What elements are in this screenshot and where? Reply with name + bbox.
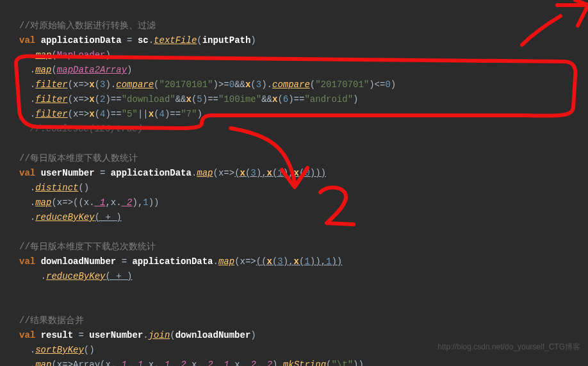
method: reduceByKey: [35, 212, 94, 222]
ident: inputPath: [202, 35, 251, 46]
ident: x: [240, 168, 245, 178]
ident: sc: [138, 35, 149, 46]
op: =: [100, 168, 105, 178]
num: 3: [256, 79, 261, 90]
dot: .: [30, 197, 35, 208]
lambda: (x=>: [68, 79, 90, 90]
op: )<=: [369, 79, 385, 90]
code-editor[interactable]: //对原始输入数据进行转换、过滤 val applicationData = s…: [0, 0, 588, 366]
num: 6: [283, 94, 288, 104]
ident: downloadNumber: [41, 256, 117, 267]
paren: )): [331, 256, 342, 267]
disabled-comment: //.coalesce(120,true): [30, 124, 143, 134]
paren: (: [154, 79, 159, 90]
dot: .: [170, 360, 175, 366]
method: filter: [35, 109, 67, 119]
keyword-val: val: [19, 330, 35, 340]
op: ,x.: [229, 360, 245, 366]
dot: .: [30, 94, 35, 104]
field: _1: [95, 197, 106, 208]
lambda: (_+_): [105, 271, 132, 281]
num: 3: [250, 168, 256, 178]
ident: x: [294, 168, 299, 178]
num: 1: [277, 168, 282, 178]
field: _1: [159, 360, 170, 366]
paren: ).: [105, 79, 116, 90]
method: compare: [116, 79, 154, 90]
lambda: (x=>((x.: [51, 197, 94, 208]
string: "android": [304, 94, 353, 104]
string: "20170101": [159, 79, 213, 90]
ident: x: [267, 168, 272, 178]
ident: MapLoader: [57, 50, 106, 60]
method: map: [35, 65, 51, 75]
op: =: [127, 35, 132, 46]
dot: .: [30, 65, 35, 75]
op: ||: [138, 109, 149, 119]
paren: ),: [256, 168, 267, 178]
dot: .: [256, 360, 261, 366]
string: "5": [122, 109, 138, 119]
field: _2: [245, 360, 256, 366]
op: =: [122, 256, 127, 267]
paren: )),: [310, 256, 326, 267]
ident: x: [89, 109, 94, 119]
dot: .: [30, 79, 35, 90]
num: 0: [229, 79, 234, 90]
comment-line: //每日版本维度下下载总次数统计: [19, 242, 156, 252]
method: compare: [272, 79, 310, 90]
ident: x: [149, 109, 154, 119]
paren: (: [197, 35, 202, 46]
method: mkString: [283, 360, 326, 366]
paren: (): [78, 183, 89, 193]
paren: (: [51, 50, 56, 60]
num: 3: [277, 256, 282, 267]
string: "7": [181, 109, 197, 119]
method: map: [218, 256, 234, 267]
paren: ): [127, 65, 132, 75]
method: sortByKey: [35, 345, 84, 355]
paren: ): [391, 79, 396, 90]
lambda: (x=>: [68, 94, 90, 104]
paren: ): [105, 50, 110, 60]
dot: .: [149, 35, 154, 46]
string: "\t": [331, 360, 353, 366]
paren: (: [95, 109, 100, 119]
paren: ).: [261, 79, 272, 90]
lambda: (x=>: [213, 168, 235, 178]
method: join: [149, 330, 170, 340]
field: _2: [176, 360, 186, 366]
paren: (: [170, 330, 175, 340]
op: )==: [105, 109, 121, 119]
lambda: (x=>: [68, 109, 90, 119]
keyword-val: val: [19, 168, 35, 178]
method: filter: [35, 79, 67, 90]
op: &&: [176, 94, 186, 104]
paren: ),: [283, 168, 294, 178]
lambda: (_+_): [95, 212, 122, 222]
ident: result: [41, 330, 73, 340]
paren: (: [250, 79, 256, 90]
method: map: [35, 197, 51, 208]
paren: ): [353, 94, 358, 104]
num: 0: [304, 168, 309, 178]
op: )==: [202, 94, 218, 104]
paren: ): [197, 109, 202, 119]
field: _2: [122, 197, 133, 208]
watermark: http://blog.csdn.net/do_yourself_CTG博客: [437, 340, 580, 354]
paren: (: [277, 94, 282, 104]
paren: ): [250, 35, 256, 46]
field: _1: [116, 360, 127, 366]
keyword-val: val: [19, 256, 35, 267]
method: map: [35, 50, 51, 60]
lambda: (x=>: [234, 256, 256, 267]
ident: x: [89, 94, 94, 104]
lambda: (x=>Array(x.: [51, 360, 116, 366]
paren: (: [95, 94, 100, 104]
dot: .: [41, 271, 46, 281]
field: _1: [132, 360, 143, 366]
ident: applicationData: [132, 256, 213, 267]
paren: ): [250, 330, 256, 340]
dot: .: [213, 360, 218, 366]
op: ,x.: [105, 197, 121, 208]
